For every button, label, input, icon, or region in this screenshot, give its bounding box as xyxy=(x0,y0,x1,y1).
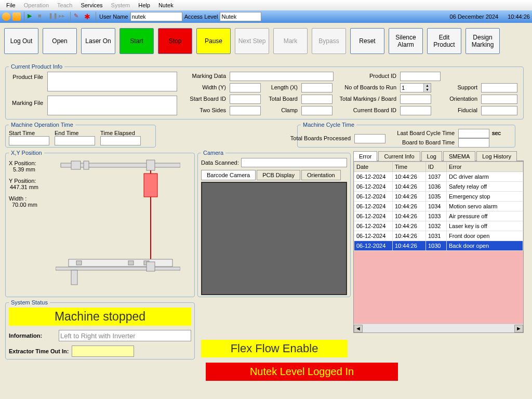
error-table-empty-area xyxy=(354,251,523,324)
users-icon[interactable] xyxy=(12,12,21,21)
width-label: Width : xyxy=(9,195,56,202)
pause-button[interactable]: Pause xyxy=(196,28,231,54)
end-time-input[interactable] xyxy=(55,136,95,145)
silence-alarm-button[interactable]: Silence Alarm xyxy=(389,28,423,54)
user-icon[interactable] xyxy=(2,12,10,21)
edit-icon[interactable]: ✎ xyxy=(74,12,82,21)
end-time-label: End Time xyxy=(55,130,95,136)
scroll-left-icon[interactable]: ◄ xyxy=(354,325,363,332)
information-input[interactable] xyxy=(59,330,191,341)
username-label: User Name xyxy=(99,14,128,20)
total-markings-board-input[interactable] xyxy=(400,95,431,104)
data-scanned-input[interactable] xyxy=(241,158,347,167)
tab-log-history[interactable]: Log History xyxy=(476,151,517,161)
table-row[interactable]: 06-12-202410:44:261037DC driver alarm xyxy=(354,172,523,182)
logout-button[interactable]: Log Out xyxy=(4,28,38,54)
total-markings-board-label: Total Markings / Board xyxy=(336,96,398,102)
spin-up-icon[interactable]: ▲ xyxy=(423,84,431,88)
menu-file[interactable]: File xyxy=(2,1,20,9)
two-sides-input[interactable] xyxy=(230,106,261,115)
toolbar: ▶ ■ ❚❚ ▸▸ ✎ ✱ User Name Access Level 06 … xyxy=(0,10,532,23)
stop-icon[interactable]: ■ xyxy=(38,12,46,21)
laser-star-icon[interactable]: ✱ xyxy=(84,12,92,21)
tab-orientation[interactable]: Orientation xyxy=(301,170,341,180)
orientation-input[interactable] xyxy=(481,95,517,104)
system-status-legend: System Status xyxy=(9,299,50,305)
tab-smema[interactable]: SMEMA xyxy=(443,151,475,161)
access-level-input[interactable] xyxy=(220,12,261,21)
current-board-id-input[interactable] xyxy=(400,106,431,115)
table-row[interactable]: 06-12-202410:44:261031Front door open xyxy=(354,231,523,241)
open-button[interactable]: Open xyxy=(43,28,77,54)
laser-on-button[interactable]: Laser On xyxy=(81,28,115,54)
product-file-input[interactable] xyxy=(47,72,177,91)
extractor-timeout-input[interactable] xyxy=(72,345,134,357)
last-board-cycle-input[interactable] xyxy=(458,129,489,138)
menu-help[interactable]: Help xyxy=(134,1,154,9)
login-level-banner: Nutek Level Logged In xyxy=(206,363,398,381)
tab-pcb-display[interactable]: PCB Display xyxy=(257,170,300,180)
pause-icon[interactable]: ❚❚ xyxy=(48,12,57,21)
length-x-input[interactable] xyxy=(301,83,332,92)
clamp-input[interactable] xyxy=(301,106,332,115)
step-icon[interactable]: ▸▸ xyxy=(59,12,67,21)
reset-button[interactable]: Reset xyxy=(350,28,384,54)
tab-error[interactable]: Error xyxy=(353,151,377,161)
total-board-input[interactable] xyxy=(301,95,332,104)
spin-down-icon[interactable]: ▼ xyxy=(423,88,431,92)
col-time[interactable]: Time xyxy=(393,162,426,172)
table-row[interactable]: 06-12-202410:44:261032Laser key is off xyxy=(354,221,523,231)
start-board-id-input[interactable] xyxy=(230,95,261,104)
marking-data-input[interactable] xyxy=(230,72,334,81)
svg-rect-12 xyxy=(147,262,155,271)
extractor-timeout-label: Extractor Time Out In: xyxy=(9,348,69,354)
scrollbar-horizontal[interactable]: ◄ ► xyxy=(354,324,523,332)
play-icon[interactable]: ▶ xyxy=(28,12,36,21)
table-row[interactable]: 06-12-202410:44:261030Back door open xyxy=(354,241,523,251)
table-cell: DC driver alarm xyxy=(447,172,523,182)
width-y-label: Width (Y) xyxy=(181,84,228,90)
current-product-info-panel: Current Product Info Product File Markin… xyxy=(5,63,524,119)
start-time-input[interactable] xyxy=(9,136,49,145)
support-input[interactable] xyxy=(481,83,517,92)
start-button[interactable]: Start xyxy=(119,28,154,54)
width-value: 70.00 mm xyxy=(9,202,56,208)
col-id[interactable]: ID xyxy=(426,162,447,172)
table-row[interactable]: 06-12-202410:44:261034Motion servo alarm xyxy=(354,202,523,211)
username-input[interactable] xyxy=(130,12,182,21)
scroll-track[interactable] xyxy=(363,325,514,332)
total-board-label: Total Board xyxy=(263,96,300,102)
product-id-input[interactable] xyxy=(400,72,441,81)
marking-data-label: Marking Data xyxy=(181,73,228,79)
start-time-label: Start Time xyxy=(9,130,49,136)
table-row[interactable]: 06-12-202410:44:261036Safety relay off xyxy=(354,182,523,192)
design-marking-button[interactable]: Design Marking xyxy=(466,28,500,54)
menu-services[interactable]: Services xyxy=(76,1,107,9)
table-row[interactable]: 06-12-202410:44:261035Emergency stop xyxy=(354,192,523,202)
menu-nutek[interactable]: Nutek xyxy=(154,1,178,9)
time-elapsed-input[interactable] xyxy=(100,136,141,145)
toolbar-time: 10:44:26 xyxy=(508,14,530,20)
scroll-right-icon[interactable]: ► xyxy=(514,325,523,332)
fiducial-input[interactable] xyxy=(481,106,517,115)
col-error[interactable]: Error xyxy=(447,162,523,172)
next-step-button: Next Step xyxy=(235,28,269,54)
machine-status-banner: Machine stopped xyxy=(9,308,191,326)
tab-current-info[interactable]: Current Info xyxy=(378,151,420,161)
marking-file-input[interactable] xyxy=(47,96,177,115)
table-cell: Laser key is off xyxy=(447,221,523,231)
no-boards-run-spinner[interactable]: ▲▼ xyxy=(400,83,431,92)
table-cell: 06-12-2024 xyxy=(354,221,393,231)
table-cell: 1032 xyxy=(426,221,447,231)
width-y-input[interactable] xyxy=(230,83,261,92)
no-boards-run-input[interactable] xyxy=(401,84,423,92)
tab-log[interactable]: Log xyxy=(421,151,442,161)
total-boards-processed-input[interactable] xyxy=(354,134,385,143)
col-date[interactable]: Date xyxy=(354,162,393,172)
tab-barcode-camera[interactable]: Barcode Camera xyxy=(201,170,256,180)
board-to-board-input[interactable] xyxy=(458,138,489,148)
table-row[interactable]: 06-12-202410:44:261033Air pressure off xyxy=(354,211,523,221)
stop-button[interactable]: Stop xyxy=(158,28,192,54)
x-position-label: X Position: xyxy=(9,160,56,166)
edit-product-button[interactable]: Edit Product xyxy=(427,28,461,54)
